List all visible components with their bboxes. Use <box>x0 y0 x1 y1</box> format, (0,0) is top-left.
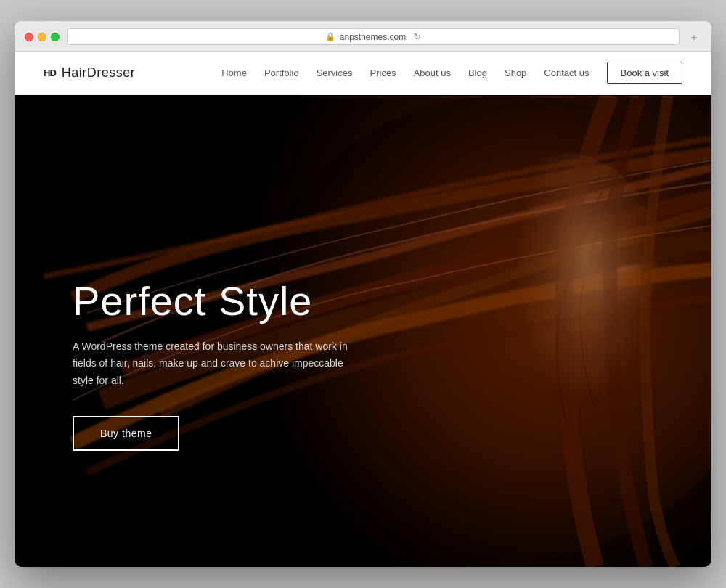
nav-services[interactable]: Services <box>317 68 353 78</box>
logo-icon: HD <box>44 68 56 78</box>
nav-prices[interactable]: Prices <box>370 68 396 78</box>
lock-icon: 🔒 <box>325 32 335 41</box>
hero-subtitle: A WordPress theme created for business o… <box>73 338 363 390</box>
hero-content: Perfect Style A WordPress theme created … <box>73 279 363 451</box>
hero-face-highlight <box>465 153 668 429</box>
traffic-lights <box>25 33 60 41</box>
nav-contact[interactable]: Contact us <box>544 68 589 78</box>
browser-chrome: 🔒 anpsthemes.com ↻ + <box>15 21 711 52</box>
nav-home[interactable]: Home <box>221 68 247 78</box>
site-nav: Home Portfolio Services Prices About us … <box>221 62 682 84</box>
buy-theme-button[interactable]: Buy theme <box>73 416 179 451</box>
hero-section: Perfect Style A WordPress theme created … <box>15 95 711 567</box>
logo-name: HairDresser <box>62 65 136 81</box>
refresh-icon[interactable]: ↻ <box>413 31 421 42</box>
new-tab-button[interactable]: + <box>687 30 701 44</box>
maximize-button[interactable] <box>51 33 60 41</box>
browser-window: 🔒 anpsthemes.com ↻ + HD HairDresser Home… <box>15 21 711 567</box>
address-bar[interactable]: 🔒 anpsthemes.com ↻ <box>67 28 680 45</box>
minimize-button[interactable] <box>38 33 46 41</box>
site-header: HD HairDresser Home Portfolio Services P… <box>15 52 711 95</box>
site-logo: HD HairDresser <box>44 65 135 81</box>
nav-blog[interactable]: Blog <box>468 68 487 78</box>
close-button[interactable] <box>25 33 33 41</box>
hero-title: Perfect Style <box>73 279 363 324</box>
nav-shop[interactable]: Shop <box>505 68 526 78</box>
nav-about[interactable]: About us <box>414 68 451 78</box>
website-content: HD HairDresser Home Portfolio Services P… <box>15 52 711 567</box>
nav-portfolio[interactable]: Portfolio <box>264 68 299 78</box>
book-visit-button[interactable]: Book a visit <box>607 62 682 84</box>
address-text: anpsthemes.com <box>340 32 406 42</box>
